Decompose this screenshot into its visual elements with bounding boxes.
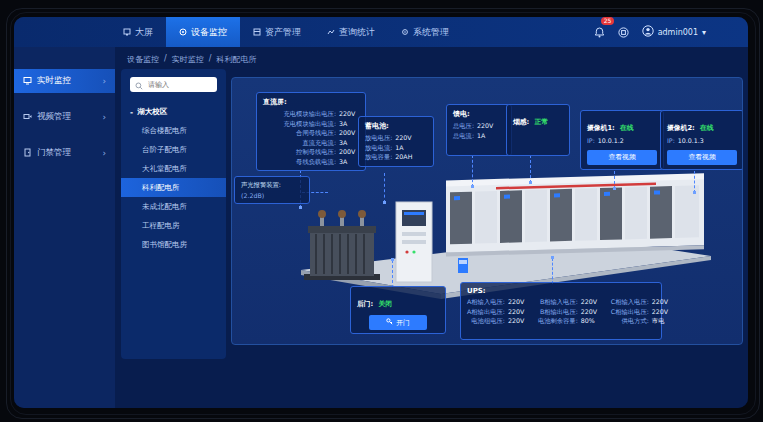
metric-value: 20AH bbox=[395, 152, 415, 162]
collapse-icon: - bbox=[130, 108, 133, 117]
breadcrumb-current-station: 科利配电所 bbox=[216, 54, 256, 65]
metric-label: 直流充电流: bbox=[302, 138, 336, 148]
tab-label: 大屏 bbox=[135, 26, 153, 39]
tab-label: 系统管理 bbox=[413, 26, 449, 39]
metric-label: 充电模块输出电压: bbox=[284, 109, 337, 119]
monitor-icon bbox=[23, 76, 32, 87]
connector-line bbox=[552, 258, 553, 284]
dc-panel-title: 直流屏: bbox=[263, 97, 359, 107]
fullscreen-button[interactable] bbox=[618, 23, 629, 42]
ups-phase-a-column: A相输入电压:220V A相输出电压:220V 电池组电压:220V bbox=[467, 297, 528, 326]
connector-dot bbox=[471, 185, 474, 188]
user-menu[interactable]: admin001 ▾ bbox=[642, 25, 706, 39]
metric-label: A相输入电压: bbox=[467, 297, 505, 307]
camera2-label: 摄像机2: bbox=[667, 124, 695, 132]
tree-item-station-5[interactable]: 未成北配电所 bbox=[121, 197, 226, 216]
metric-value: 3A bbox=[339, 157, 359, 167]
sidebar-item-video-management[interactable]: 视频管理 › bbox=[14, 105, 115, 129]
metric-label: B相输出电压: bbox=[540, 307, 578, 317]
chevron-right-icon: › bbox=[102, 112, 106, 122]
tab-statistics[interactable]: 查询统计 bbox=[314, 17, 388, 47]
metric-value: 220V bbox=[508, 307, 528, 317]
tab-device-monitor[interactable]: 设备监控 bbox=[166, 17, 240, 47]
dc-panel-callout: 直流屏: 充电模块输出电压:220V 充电模块输出电流:3A 合闸母线电压:20… bbox=[256, 92, 366, 171]
breadcrumb-realtime-monitor[interactable]: 实时监控 bbox=[172, 54, 204, 65]
navbar-right: 25 admin001 ▾ bbox=[594, 23, 748, 42]
view-video-button-1[interactable]: 查看视频 bbox=[587, 150, 657, 165]
metric-label: 电池剩余容量: bbox=[538, 316, 578, 326]
metric-value: 200V bbox=[339, 147, 359, 157]
connector-line bbox=[530, 155, 531, 183]
sidebar-item-realtime-monitor[interactable]: 实时监控 › bbox=[14, 69, 115, 93]
content-area: 设备监控 / 实时监控 / 科利配电所 - 湖大校区 综合楼配电所 台阶子配电所… bbox=[115, 47, 748, 408]
tree-search-input[interactable] bbox=[146, 80, 212, 90]
metric-value: 220V bbox=[508, 316, 528, 326]
tree-root-campus[interactable]: - 湖大校区 bbox=[121, 103, 226, 121]
connector-dot bbox=[529, 181, 532, 184]
metric-value: 220V bbox=[581, 297, 601, 307]
connector-dot bbox=[551, 256, 554, 259]
metric-label: B相输入电压: bbox=[540, 297, 578, 307]
metric-value: 220V bbox=[652, 307, 672, 317]
metric-label: 控制母线电压: bbox=[296, 147, 336, 157]
battery-callout: 蓄电池: 放电电压:220V 放电电流:1A 放电容量:20AH bbox=[358, 116, 434, 167]
smoke-status: 正常 bbox=[534, 118, 548, 126]
nav-tabs: 大屏 设备监控 资产管理 查询统计 系统管理 bbox=[110, 17, 462, 47]
video-camera-icon bbox=[23, 112, 32, 123]
metric-value: 市电 bbox=[652, 316, 672, 326]
tree-item-station-1[interactable]: 综合楼配电所 bbox=[121, 121, 226, 140]
station-tree: - 湖大校区 综合楼配电所 台阶子配电所 大礼堂配电所 科利配电所 未成北配电所… bbox=[121, 103, 226, 254]
top-navbar: 大屏 设备监控 资产管理 查询统计 系统管理 25 bbox=[14, 17, 748, 47]
notification-badge: 25 bbox=[601, 17, 615, 25]
tab-system[interactable]: 系统管理 bbox=[388, 17, 462, 47]
ip-label: IP: bbox=[587, 136, 595, 146]
alarm-callout: 声光报警装置: (2.2dB) bbox=[234, 176, 310, 204]
key-icon bbox=[386, 318, 393, 327]
metric-label: 总电流: bbox=[453, 131, 474, 141]
metric-value: 3A bbox=[339, 119, 359, 129]
metric-value: 220V bbox=[339, 109, 359, 119]
sidebar-item-label: 门禁管理 bbox=[37, 147, 71, 159]
tree-item-station-6[interactable]: 工程配电房 bbox=[121, 216, 226, 235]
ups-phase-c-column: C相输入电压:220V C相输出电压:220V 供电方式:市电 bbox=[611, 297, 672, 326]
chevron-right-icon: › bbox=[102, 76, 106, 86]
metric-label: C相输入电压: bbox=[611, 297, 649, 307]
connector-line bbox=[384, 173, 385, 203]
tab-dashboard[interactable]: 大屏 bbox=[110, 17, 166, 47]
view-video-button-2[interactable]: 查看视频 bbox=[667, 150, 737, 165]
tab-label: 设备监控 bbox=[191, 26, 227, 39]
tree-item-station-2[interactable]: 台阶子配电所 bbox=[121, 140, 226, 159]
chart-icon bbox=[327, 28, 335, 36]
camera1-label: 摄像机1: bbox=[587, 124, 615, 132]
metric-label: 放电容量: bbox=[365, 152, 392, 162]
tree-root-label: 湖大校区 bbox=[137, 107, 167, 117]
camera1-callout: 摄像机1: 在线 IP:10.0.1.2 查看视频 bbox=[580, 110, 664, 170]
breadcrumb-device-monitor[interactable]: 设备监控 bbox=[127, 54, 159, 65]
left-sidebar: 实时监控 › 视频管理 › 门禁管理 › bbox=[14, 47, 115, 408]
tree-item-station-4-selected[interactable]: 科利配电所 bbox=[121, 178, 226, 197]
camera2-callout: 摄像机2: 在线 IP:10.0.1.3 查看视频 bbox=[660, 110, 743, 170]
tree-item-station-3[interactable]: 大礼堂配电所 bbox=[121, 159, 226, 178]
bell-icon bbox=[594, 23, 605, 42]
metric-label: 供电方式: bbox=[622, 316, 649, 326]
notifications-button[interactable]: 25 bbox=[594, 23, 605, 42]
metric-value: 220V bbox=[581, 307, 601, 317]
tab-assets[interactable]: 资产管理 bbox=[240, 17, 314, 47]
door-label: 后门: bbox=[357, 300, 373, 308]
metric-label: 总电压: bbox=[453, 121, 474, 131]
ip-value: 10.0.1.3 bbox=[678, 136, 704, 146]
alarm-label: 声光报警装置: bbox=[241, 181, 303, 190]
breadcrumb: 设备监控 / 实时监控 / 科利配电所 bbox=[127, 54, 256, 65]
sidebar-item-access-control[interactable]: 门禁管理 › bbox=[14, 141, 115, 165]
power-room-scene-panel: 直流屏: 充电模块输出电压:220V 充电模块输出电流:3A 合闸母线电压:20… bbox=[231, 77, 743, 345]
connector-dot bbox=[613, 187, 616, 190]
chevron-down-icon: ▾ bbox=[702, 28, 706, 37]
tree-item-station-7[interactable]: 图书馆配电房 bbox=[121, 235, 226, 254]
station-tree-panel: - 湖大校区 综合楼配电所 台阶子配电所 大礼堂配电所 科利配电所 未成北配电所… bbox=[121, 69, 226, 359]
tab-label: 查询统计 bbox=[339, 26, 375, 39]
metric-value: 220V bbox=[477, 121, 497, 131]
asset-icon bbox=[253, 28, 261, 36]
open-door-button[interactable]: 开门 bbox=[369, 315, 427, 330]
ip-label: IP: bbox=[667, 136, 675, 146]
monitor-icon bbox=[179, 28, 187, 36]
